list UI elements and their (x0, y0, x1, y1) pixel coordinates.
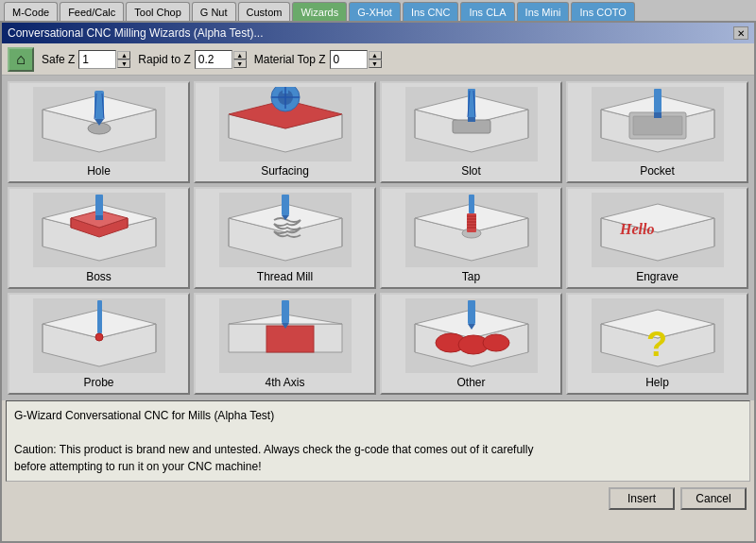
safe-z-down[interactable]: ▼ (117, 59, 130, 68)
wizard-4th-axis[interactable]: 4th Axis (194, 293, 376, 395)
material-top-z-down[interactable]: ▼ (369, 59, 382, 68)
tab-custom[interactable]: Custom (238, 2, 291, 21)
safe-z-group: Safe Z ▲ ▼ (42, 50, 130, 69)
safe-z-input-group: ▲ ▼ (78, 50, 130, 69)
bottom-line3: before attempting to run it on your CNC … (14, 458, 742, 475)
svg-marker-44 (95, 215, 103, 220)
svg-rect-86 (468, 300, 475, 324)
tab-mcode[interactable]: M-Code (4, 2, 58, 21)
tap-label: Tap (462, 270, 480, 283)
svg-rect-49 (282, 195, 289, 215)
rapid-z-label: Rapid to Z (138, 53, 190, 66)
footer: Insert Cancel (2, 484, 754, 514)
bottom-line2: Caution: This product is brand new and u… (14, 441, 742, 458)
4th-axis-label: 4th Axis (265, 376, 304, 389)
tab-feedcalc[interactable]: Feed/Calc (60, 2, 124, 21)
svg-point-73 (95, 333, 103, 341)
dialog-close-button[interactable]: ✕ (733, 26, 748, 40)
safe-z-up[interactable]: ▲ (117, 51, 130, 59)
safe-z-spinners: ▲ ▼ (117, 51, 130, 68)
wizard-engrave[interactable]: Hello Engrave (566, 187, 748, 289)
wizard-slot[interactable]: Slot (380, 81, 562, 183)
svg-rect-77 (282, 300, 289, 323)
other-illustration (405, 298, 538, 373)
svg-rect-33 (654, 89, 662, 112)
bottom-line1: G-Wizard Conversational CNC for Mills (A… (14, 407, 742, 424)
svg-rect-72 (97, 300, 102, 333)
tab-wizards[interactable]: Wizards (292, 2, 347, 21)
svg-text:Hello: Hello (619, 221, 654, 237)
hole-illustration (33, 87, 165, 161)
engrave-label: Engrave (636, 270, 679, 283)
tab-gnat[interactable]: G Nut (192, 2, 236, 21)
material-top-z-label: Material Top Z (254, 53, 326, 66)
bottom-text-area: G-Wizard Conversational CNC for Mills (A… (6, 400, 750, 482)
wizard-tap[interactable]: Tap (380, 187, 562, 289)
cancel-button[interactable]: Cancel (680, 487, 747, 510)
boss-illustration (33, 193, 165, 267)
help-illustration: ? (592, 298, 724, 373)
toolbar: ⌂ Safe Z ▲ ▼ Rapid to Z ▲ ▼ Ma (2, 43, 754, 76)
svg-point-85 (483, 334, 509, 351)
slot-label: Slot (461, 164, 481, 178)
material-top-z-input[interactable] (330, 50, 368, 69)
other-label: Other (456, 376, 485, 389)
thread-mill-illustration (219, 193, 352, 267)
home-icon: ⌂ (16, 51, 26, 68)
rapid-z-up[interactable]: ▲ (233, 51, 247, 59)
tab-inscla[interactable]: Ins CLA (460, 2, 514, 21)
wizard-probe[interactable]: Probe (8, 293, 190, 395)
safe-z-label: Safe Z (42, 53, 75, 66)
rapid-z-down[interactable]: ▼ (233, 59, 247, 68)
material-top-z-input-group: ▲ ▼ (330, 50, 382, 69)
svg-rect-43 (95, 195, 103, 215)
safe-z-input[interactable] (78, 50, 116, 69)
material-top-z-up[interactable]: ▲ (369, 51, 382, 59)
probe-illustration (33, 298, 165, 373)
svg-rect-76 (266, 326, 314, 352)
tab-bar: M-Code Feed/Calc Tool Chop G Nut Custom … (0, 0, 756, 21)
home-button[interactable]: ⌂ (8, 47, 34, 72)
material-top-z-spinners: ▲ ▼ (369, 51, 382, 68)
svg-text:?: ? (646, 325, 667, 364)
surfacing-label: Surfacing (261, 164, 309, 178)
probe-label: Probe (83, 376, 113, 389)
tab-inscoto[interactable]: Ins COTO (571, 2, 634, 21)
svg-marker-24 (468, 117, 475, 122)
dialog: Conversational CNC Milling Wizards (Alph… (0, 21, 756, 543)
wizard-grid: Hole (2, 76, 754, 400)
thread-mill-label: Thread Mill (257, 270, 313, 283)
pocket-label: Pocket (640, 164, 675, 178)
wizard-hole[interactable]: Hole (8, 81, 190, 183)
hole-label: Hole (87, 164, 111, 178)
boss-label: Boss (86, 270, 112, 283)
dialog-titlebar: Conversational CNC Milling Wizards (Alph… (2, 23, 754, 43)
engrave-illustration: Hello (592, 193, 724, 267)
wizard-thread-mill[interactable]: Thread Mill (194, 187, 376, 289)
insert-button[interactable]: Insert (609, 487, 675, 510)
tap-illustration (405, 193, 538, 267)
wizard-surfacing[interactable]: Surfacing (194, 81, 376, 183)
rapid-z-group: Rapid to Z ▲ ▼ (138, 50, 246, 69)
wizard-help[interactable]: ? Help (566, 293, 748, 395)
svg-rect-22 (453, 120, 490, 133)
svg-marker-34 (654, 112, 662, 118)
4th-axis-illustration (219, 298, 352, 373)
tab-inscnc[interactable]: Ins CNC (403, 2, 459, 21)
rapid-z-input-group: ▲ ▼ (195, 50, 247, 69)
help-label: Help (645, 376, 669, 389)
wizard-pocket[interactable]: Pocket (566, 81, 748, 183)
tab-gxhot[interactable]: G-XHot (349, 2, 401, 21)
tab-toolchop[interactable]: Tool Chop (126, 2, 190, 21)
surfacing-illustration (219, 87, 352, 161)
pocket-illustration (592, 87, 724, 161)
slot-illustration (405, 87, 538, 161)
svg-rect-32 (633, 116, 682, 135)
dialog-title-text: Conversational CNC Milling Wizards (Alph… (8, 26, 264, 40)
material-top-z-group: Material Top Z ▲ ▼ (254, 50, 382, 69)
rapid-z-input[interactable] (195, 50, 232, 69)
wizard-other[interactable]: Other (380, 293, 562, 395)
svg-rect-56 (469, 195, 474, 213)
wizard-boss[interactable]: Boss (8, 187, 190, 289)
tab-insmini[interactable]: Ins Mini (517, 2, 570, 21)
